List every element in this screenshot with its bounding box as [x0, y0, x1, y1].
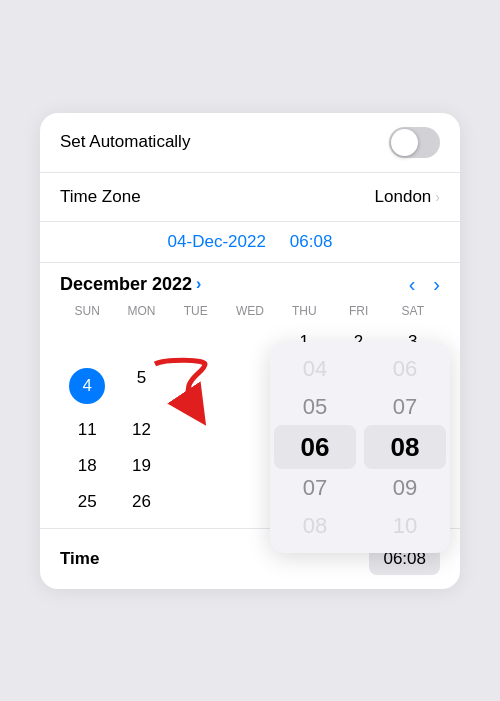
- timezone-label: Time Zone: [60, 187, 141, 207]
- min-07[interactable]: 07: [360, 388, 450, 426]
- timezone-value-group: London ›: [375, 187, 440, 207]
- day-empty: [114, 324, 168, 360]
- weekdays-row: SUN MON TUE WED THU FRI SAT: [60, 302, 440, 320]
- day-27-col2: [223, 484, 277, 520]
- day-6-col4: [223, 360, 277, 412]
- next-month-button[interactable]: ›: [433, 273, 440, 296]
- weekday-sun: SUN: [60, 302, 114, 320]
- day-25[interactable]: 25: [60, 484, 114, 520]
- min-06[interactable]: 06: [360, 350, 450, 388]
- set-automatically-label: Set Automatically: [60, 132, 190, 152]
- minutes-items: 06 07 08 09 10: [360, 342, 450, 553]
- settings-card: Set Automatically Time Zone London › 04-…: [40, 113, 460, 589]
- hour-05[interactable]: 05: [270, 388, 360, 426]
- month-expand-chevron[interactable]: ›: [196, 275, 201, 293]
- weekday-mon: MON: [114, 302, 168, 320]
- day-empty: [223, 324, 277, 360]
- time-picker-overlay[interactable]: 04 05 06 07 08 06 07 08 09 10: [270, 342, 450, 553]
- weekday-tue: TUE: [169, 302, 223, 320]
- month-title-group: December 2022 ›: [60, 274, 201, 295]
- hour-07[interactable]: 07: [270, 469, 360, 507]
- set-automatically-row: Set Automatically: [40, 113, 460, 173]
- day-20-col2: [223, 448, 277, 484]
- day-4-cell[interactable]: 4: [60, 360, 114, 412]
- time-bottom-label: Time: [60, 549, 99, 569]
- min-09[interactable]: 09: [360, 469, 450, 507]
- day-27-col: [169, 484, 223, 520]
- hour-04[interactable]: 04: [270, 350, 360, 388]
- weekday-fri: FRI: [331, 302, 385, 320]
- hours-items: 04 05 06 07 08: [270, 342, 360, 553]
- month-year-label: December 2022: [60, 274, 192, 295]
- day-18[interactable]: 18: [60, 448, 114, 484]
- hours-picker-col[interactable]: 04 05 06 07 08: [270, 342, 360, 553]
- day-5[interactable]: 5: [114, 360, 168, 412]
- calendar-area: SUN MON TUE WED THU FRI SAT 1 2 3 4 5: [40, 302, 460, 528]
- set-automatically-toggle[interactable]: [389, 127, 440, 158]
- selected-time-display[interactable]: 06:08: [290, 232, 333, 252]
- selected-date-display[interactable]: 04-Dec-2022: [168, 232, 266, 252]
- minutes-picker-col[interactable]: 06 07 08 09 10: [360, 342, 450, 553]
- day-6-col3: [169, 360, 223, 412]
- day-empty: [60, 324, 114, 360]
- day-13-col: [169, 412, 223, 448]
- timezone-value: London: [375, 187, 432, 207]
- toggle-knob: [391, 129, 418, 156]
- day-20-col: [169, 448, 223, 484]
- month-nav-row: December 2022 › ‹ ›: [40, 263, 460, 302]
- hour-06-selected[interactable]: 06: [270, 426, 360, 469]
- chevron-right-icon: ›: [435, 189, 440, 205]
- prev-month-button[interactable]: ‹: [409, 273, 416, 296]
- calendar-nav-arrows: ‹ ›: [409, 273, 440, 296]
- weekday-thu: THU: [277, 302, 331, 320]
- day-19[interactable]: 19: [114, 448, 168, 484]
- day-26[interactable]: 26: [114, 484, 168, 520]
- day-12[interactable]: 12: [114, 412, 168, 448]
- min-08-selected[interactable]: 08: [360, 426, 450, 469]
- timezone-row[interactable]: Time Zone London ›: [40, 173, 460, 222]
- day-13-col2: [223, 412, 277, 448]
- min-10[interactable]: 10: [360, 507, 450, 545]
- hour-08[interactable]: 08: [270, 507, 360, 545]
- day-4-selected[interactable]: 4: [69, 368, 105, 404]
- date-time-display-row: 04-Dec-2022 06:08: [40, 222, 460, 263]
- weekday-wed: WED: [223, 302, 277, 320]
- day-11[interactable]: 11: [60, 412, 114, 448]
- day-empty: [169, 324, 223, 360]
- weekday-sat: SAT: [386, 302, 440, 320]
